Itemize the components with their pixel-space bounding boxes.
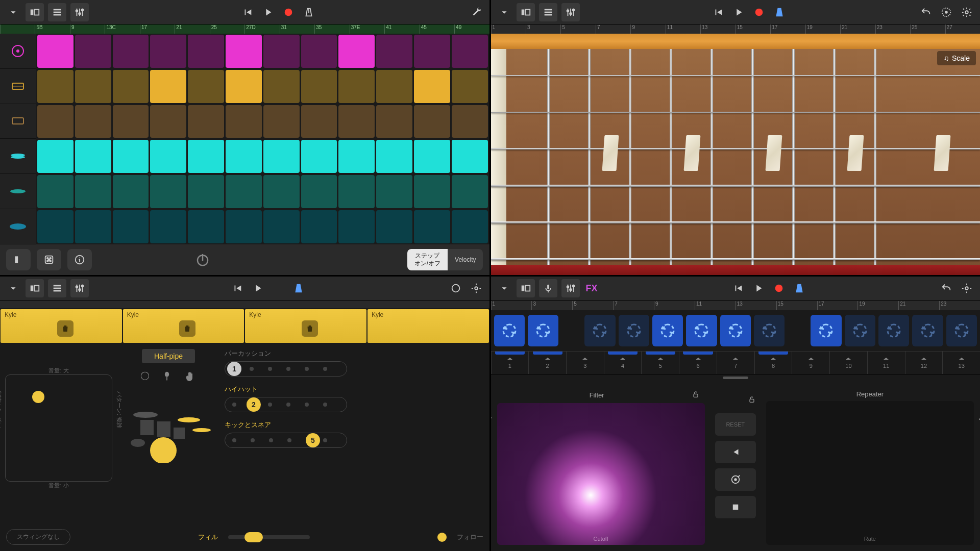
step-cell[interactable] [263, 140, 300, 173]
step-cell[interactable] [37, 105, 74, 138]
step-cell[interactable] [414, 105, 450, 138]
step-button[interactable]: 3 [566, 352, 604, 374]
mode-segmented-control[interactable]: ステップ オン/オフ Velocity [407, 249, 483, 270]
trash-icon[interactable] [302, 320, 318, 337]
settings-icon[interactable] [467, 279, 485, 297]
xy-pad[interactable]: 音量: 大 音量: 小 パターン: 単純 パターン: 複雑 [5, 374, 112, 482]
step-cell[interactable] [414, 35, 450, 68]
hihat-icon[interactable] [0, 139, 36, 174]
loop-pad[interactable] [845, 315, 875, 346]
rewind-button[interactable] [228, 279, 247, 297]
step-cell[interactable] [338, 210, 375, 243]
browser-icon[interactable] [26, 279, 44, 297]
trash-icon[interactable] [179, 320, 195, 337]
timeline-ruler[interactable]: 13579111315171921232527 [491, 24, 981, 34]
kicksnare-slider[interactable]: 5 [225, 433, 347, 448]
step-cell[interactable] [188, 140, 224, 173]
step-cell[interactable] [188, 210, 224, 243]
timeline-ruler[interactable] [0, 301, 489, 308]
step-cell[interactable] [414, 70, 450, 103]
repeater-xy-pad[interactable]: Rate [766, 401, 974, 545]
lock-icon[interactable] [692, 390, 700, 400]
loop-pad[interactable] [754, 315, 785, 346]
step-cell[interactable] [188, 105, 224, 138]
step-cell[interactable] [75, 210, 111, 243]
step-cell[interactable] [150, 105, 186, 138]
kit-name[interactable]: Half-pipe [142, 349, 195, 363]
drum-kit-graphic[interactable] [122, 392, 214, 463]
loop-pad[interactable] [912, 315, 943, 346]
loop-pad[interactable] [652, 315, 683, 346]
mixer-icon[interactable] [70, 3, 89, 21]
play-button[interactable] [259, 3, 277, 21]
step-cell[interactable] [150, 140, 186, 173]
record-button[interactable] [279, 3, 298, 21]
step-cell[interactable] [338, 140, 375, 173]
play-button[interactable] [729, 3, 748, 21]
chevron-down-icon[interactable] [4, 279, 22, 297]
loop-pad[interactable] [494, 315, 525, 346]
step-button[interactable]: 4 [604, 352, 642, 374]
loop-pad[interactable] [584, 315, 615, 346]
hihat-slider[interactable]: 2 [225, 397, 347, 412]
step-cell[interactable] [188, 35, 224, 68]
step-cell[interactable] [113, 105, 149, 138]
hand-icon[interactable] [184, 370, 197, 385]
mixer-icon[interactable] [70, 279, 89, 297]
record-button[interactable] [750, 3, 768, 21]
step-cell[interactable] [338, 35, 375, 68]
step-cell[interactable] [113, 175, 149, 208]
step-cell[interactable] [301, 210, 337, 243]
reverse-button[interactable] [715, 441, 756, 463]
step-cell[interactable] [188, 70, 224, 103]
fill-knob[interactable] [244, 532, 263, 542]
step-cell[interactable] [452, 210, 488, 243]
step-button[interactable]: 6 [679, 352, 717, 374]
timeline-ruler[interactable]: 1357911131517192123 [491, 301, 981, 310]
rewind-button[interactable] [238, 3, 257, 21]
mixer-icon[interactable] [561, 279, 580, 297]
record-button[interactable] [770, 279, 788, 297]
step-button[interactable]: 12 [905, 352, 943, 374]
power-icon[interactable] [192, 249, 213, 270]
step-cell[interactable] [188, 175, 224, 208]
lock-icon[interactable] [748, 395, 756, 405]
step-cell[interactable] [263, 35, 300, 68]
step-cell[interactable] [452, 175, 488, 208]
loop-pad[interactable] [686, 315, 717, 346]
step-cell[interactable] [113, 70, 149, 103]
step-cell[interactable] [263, 175, 300, 208]
fill-slider[interactable] [228, 535, 310, 539]
step-cell[interactable] [263, 70, 300, 103]
swing-button[interactable]: スウィングなし [6, 529, 70, 545]
step-cell[interactable] [150, 175, 186, 208]
step-cell[interactable] [226, 105, 262, 138]
tracks-icon[interactable] [539, 3, 557, 21]
loop-pad[interactable] [528, 315, 558, 346]
metronome-icon[interactable] [289, 279, 308, 297]
step-button[interactable]: 9 [792, 352, 829, 374]
step-cell[interactable] [338, 175, 375, 208]
tuner-icon[interactable] [937, 3, 955, 21]
loop-pad[interactable] [878, 315, 909, 346]
snare-icon[interactable] [0, 69, 36, 104]
dice-icon[interactable] [37, 249, 61, 270]
step-button[interactable]: 13 [942, 352, 980, 374]
mic-icon[interactable] [539, 279, 557, 297]
step-cell[interactable] [113, 140, 149, 173]
drummer-region[interactable]: Kyle [1, 309, 122, 343]
timeline-ruler[interactable]: 5B913C17212527D313537E414549 [0, 24, 489, 34]
chevron-down-icon[interactable] [4, 3, 22, 21]
step-cell[interactable] [452, 140, 488, 173]
step-cell[interactable] [75, 105, 111, 138]
step-cell[interactable] [75, 140, 111, 173]
tracks-icon[interactable] [48, 279, 66, 297]
step-cell[interactable] [338, 105, 375, 138]
region-lane[interactable]: KyleKyleKyleKyle [0, 308, 489, 344]
play-button[interactable] [249, 279, 267, 297]
chevron-down-icon[interactable] [495, 3, 513, 21]
drummer-region[interactable]: Kyle [368, 309, 489, 343]
step-cell[interactable] [376, 105, 412, 138]
step-button[interactable]: 5 [641, 352, 679, 374]
kick-icon[interactable] [0, 34, 36, 69]
